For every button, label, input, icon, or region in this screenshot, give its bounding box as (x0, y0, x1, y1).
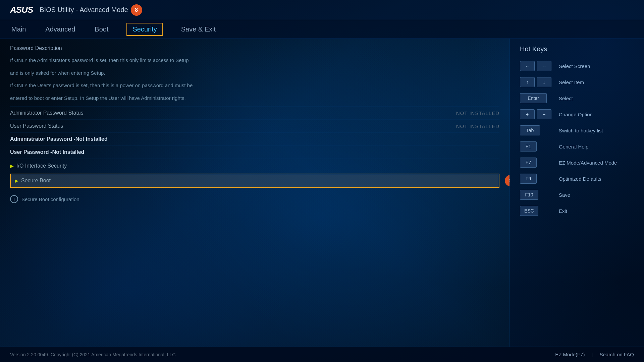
secure-boot-label: Secure Boot (21, 178, 51, 184)
hotkey-keys-f10: F10 (520, 190, 553, 200)
hotkey-desc-general-help: General Help (559, 144, 588, 149)
tab-security[interactable]: Security (126, 23, 163, 36)
search-faq-link[interactable]: Search on FAQ (599, 352, 634, 357)
tab-save-exit[interactable]: Save & Exit (180, 23, 217, 36)
hotkey-keys-change-option: + − (520, 109, 553, 119)
admin-password-status-row: Administrator Password Status NOT INSTAL… (10, 106, 499, 119)
key-down-arrow: ↓ (537, 77, 551, 87)
key-plus: + (520, 109, 535, 119)
admin-password-status-label: Administrator Password Status (10, 110, 84, 116)
hotkey-select: Enter Select (520, 93, 634, 103)
hotkey-switch-hotkey-list: Tab Switch to hotkey list (520, 125, 634, 135)
hotkey-general-help: F1 General Help (520, 141, 634, 152)
key-f9: F9 (520, 174, 537, 184)
admin-password-status-value: NOT INSTALLED (456, 110, 499, 116)
hotkey-change-option: + − Change Option (520, 109, 634, 119)
hotkey-desc-change-option: Change Option (559, 112, 593, 117)
io-interface-security-item[interactable]: ▶ I/O Interface Security (10, 159, 499, 173)
hotkey-desc-select: Select (559, 96, 573, 101)
hotkey-select-item: ↑ ↓ Select Item (520, 77, 634, 87)
user-password-row[interactable]: User Password -Not Installed (10, 145, 499, 159)
admin-password-label: Administrator Password -Not Installed (10, 136, 108, 142)
key-up-arrow: ↑ (520, 77, 535, 87)
hotkey-desc-select-item: Select Item (559, 79, 584, 85)
user-password-status-row: User Password Status NOT INSTALLED (10, 119, 499, 132)
hotkey-desc-ez-mode: EZ Mode/Advanced Mode (559, 160, 617, 166)
footer-copyright: Version 2.20.0049. Copyright (C) 2021 Am… (10, 352, 177, 357)
hotkey-ez-mode: F7 EZ Mode/Advanced Mode (520, 158, 634, 168)
key-esc: ESC (520, 206, 538, 216)
hotkey-exit: ESC Exit (520, 206, 634, 216)
key-left-arrow: ← (520, 61, 535, 71)
main-content: Password Description If ONLY the Adminis… (0, 39, 644, 347)
header: ASUS BIOS Utility - Advanced Mode 8 (0, 0, 644, 20)
info-text: Secure Boot configuration (21, 196, 79, 202)
hotkey-keys-f7: F7 (520, 158, 553, 168)
user-password-label: User Password -Not Installed (10, 149, 84, 155)
hotkey-desc-save: Save (559, 192, 570, 198)
arrow-icon-secure-boot: ▶ (15, 178, 18, 183)
hotkey-select-screen: ← → Select Screen (520, 61, 634, 71)
footer: Version 2.20.0049. Copyright (C) 2021 Am… (0, 347, 644, 362)
arrow-icon-io: ▶ (10, 163, 14, 169)
hotkey-desc-exit: Exit (559, 208, 567, 214)
header-title: BIOS Utility - Advanced Mode (40, 6, 128, 14)
hotkey-desc-select-screen: Select Screen (559, 63, 590, 69)
step-9-badge: 9 (505, 175, 510, 186)
key-right-arrow: → (537, 61, 551, 71)
secure-boot-item[interactable]: ▶ Secure Boot (10, 174, 499, 188)
hotkey-keys-select-item: ↑ ↓ (520, 77, 553, 87)
key-f7: F7 (520, 158, 537, 168)
hotkey-keys-select-screen: ← → (520, 61, 553, 71)
right-panel: Hot Keys ← → Select Screen ↑ ↓ Select It… (510, 39, 644, 347)
hotkey-keys-f9: F9 (520, 174, 553, 184)
info-icon: i (10, 195, 18, 203)
left-panel: Password Description If ONLY the Adminis… (0, 39, 510, 347)
tab-advanced[interactable]: Advanced (44, 23, 76, 36)
ez-mode-link[interactable]: EZ Mode(F7) (555, 352, 585, 357)
hotkey-optimized-defaults: F9 Optimized Defaults (520, 174, 634, 184)
key-enter: Enter (520, 93, 547, 103)
info-bar: i Secure Boot configuration (10, 188, 499, 210)
io-interface-security-label: I/O Interface Security (16, 163, 67, 169)
key-tab: Tab (520, 125, 540, 135)
footer-divider: | (592, 352, 593, 357)
hotkey-desc-switch-hotkey-list: Switch to hotkey list (559, 128, 603, 133)
desc-2: and is only asked for when entering Setu… (10, 69, 499, 77)
hotkey-keys-f1: F1 (520, 141, 553, 152)
step-8-badge: 8 (131, 4, 142, 16)
asus-logo: ASUS (10, 5, 33, 15)
key-minus: − (537, 109, 551, 119)
hotkeys-title: Hot Keys (520, 45, 634, 53)
desc-3: If ONLY the User's password is set, then… (10, 81, 499, 90)
user-password-status-value: NOT INSTALLED (456, 123, 499, 129)
hotkey-keys-tab: Tab (520, 125, 553, 135)
section-title: Password Description (10, 45, 499, 51)
tab-main[interactable]: Main (10, 23, 27, 36)
footer-right: EZ Mode(F7) | Search on FAQ (555, 352, 634, 357)
key-f1: F1 (520, 141, 537, 152)
hotkey-keys-esc: ESC (520, 206, 553, 216)
key-f10: F10 (520, 190, 538, 200)
tab-boot[interactable]: Boot (93, 23, 110, 36)
desc-4: entered to boot or enter Setup. In Setup… (10, 94, 499, 103)
hotkey-desc-optimized-defaults: Optimized Defaults (559, 176, 601, 182)
desc-1: If ONLY the Administrator's password is … (10, 56, 499, 65)
admin-password-row[interactable]: Administrator Password -Not Installed (10, 132, 499, 145)
nav-bar: Main Advanced Boot Security Save & Exit (0, 20, 644, 39)
user-password-status-label: User Password Status (10, 123, 63, 129)
hotkey-keys-enter: Enter (520, 93, 553, 103)
hotkey-save: F10 Save (520, 190, 634, 200)
